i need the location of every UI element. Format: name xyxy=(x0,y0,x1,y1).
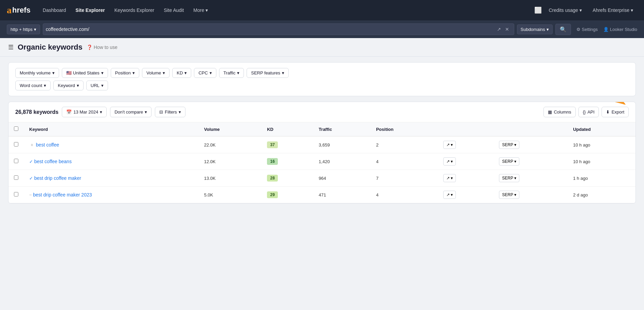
nav-site-explorer[interactable]: Site Explorer xyxy=(71,5,109,16)
open-url-button[interactable]: ↗ xyxy=(495,25,503,33)
keyword-link[interactable]: best coffee beans xyxy=(34,159,72,164)
trend-icon: ↗ xyxy=(446,159,450,164)
nav-enterprise[interactable]: Ahrefs Enterprise ▾ xyxy=(589,5,637,16)
compare-button[interactable]: Don't compare ▾ xyxy=(110,107,151,117)
row-check-icon[interactable]: ✓ xyxy=(29,176,33,181)
row-add-icon[interactable]: + xyxy=(29,141,35,148)
looker-studio-link[interactable]: 👤 Looker Studio xyxy=(603,27,637,32)
volume-chevron-icon: ▾ xyxy=(163,70,165,75)
row-position-cell: 2 xyxy=(371,136,438,153)
header-serp xyxy=(494,122,568,136)
row-updated-cell: 10 h ago xyxy=(568,136,636,153)
table-row: ✓ best drip coffee maker 13.0K 28 964 7 … xyxy=(8,170,636,187)
word-count-filter[interactable]: Word count ▾ xyxy=(15,81,51,90)
row-kd-cell: 37 xyxy=(262,136,313,153)
row-checkbox[interactable] xyxy=(14,142,18,147)
date-picker-button[interactable]: 📅 13 Mar 2024 ▾ xyxy=(62,107,107,117)
serp-chevron-icon: ▾ xyxy=(514,176,516,180)
settings-link[interactable]: ⚙ Settings xyxy=(576,27,598,32)
url-input-wrapper: ↗ ✕ xyxy=(43,23,514,35)
subdomains-select[interactable]: Subdomains ▾ xyxy=(517,24,553,34)
settings-icon: ⚙ xyxy=(576,27,580,32)
header-trend xyxy=(438,122,494,136)
header-checkbox-cell xyxy=(8,122,24,136)
trend-button[interactable]: ↗ ▾ xyxy=(443,174,456,182)
row-checkbox[interactable] xyxy=(14,159,18,163)
kd-badge: 29 xyxy=(267,191,278,198)
keyword-link[interactable]: best drip coffee maker xyxy=(34,175,81,181)
row-kd-cell: 28 xyxy=(262,170,313,187)
nav-credits-usage[interactable]: Credits usage ▾ xyxy=(544,5,586,16)
row-checkbox-cell xyxy=(8,187,24,203)
kd-badge: 37 xyxy=(267,141,278,148)
keyword-filter[interactable]: Keyword ▾ xyxy=(53,81,84,90)
url-input[interactable] xyxy=(46,27,495,32)
row-volume-cell: 22.0K xyxy=(199,136,262,153)
select-all-checkbox[interactable] xyxy=(14,126,18,131)
search-button[interactable]: 🔍 xyxy=(555,24,571,35)
url-filter[interactable]: URL ▾ xyxy=(86,81,108,90)
trend-icon: ↗ xyxy=(446,176,450,180)
protocol-select[interactable]: http + https ▾ xyxy=(7,24,40,34)
page-title: Organic keywords xyxy=(18,43,83,52)
enterprise-chevron-icon: ▾ xyxy=(631,7,633,13)
row-keyword-cell: − best drip coffee maker 2023 xyxy=(24,187,199,203)
columns-button[interactable]: ▦ Columns xyxy=(543,107,575,117)
trend-button[interactable]: ↗ ▾ xyxy=(443,157,456,166)
how-to-use-link[interactable]: ❓ How to use xyxy=(87,45,118,50)
serp-button[interactable]: SERP ▾ xyxy=(499,157,519,166)
serp-features-filter[interactable]: SERP features ▾ xyxy=(247,68,289,78)
monthly-volume-filter[interactable]: Monthly volume ▾ xyxy=(15,68,59,78)
nav-more[interactable]: More ▾ xyxy=(189,5,212,16)
protocol-chevron-icon: ▾ xyxy=(34,27,36,32)
row-volume-cell: 5.0K xyxy=(199,187,262,203)
nav-dashboard[interactable]: Dashboard xyxy=(39,5,70,16)
cpc-filter[interactable]: CPC ▾ xyxy=(194,68,216,78)
nav-site-audit[interactable]: Site Audit xyxy=(160,5,188,16)
row-trend-cell: ↗ ▾ xyxy=(438,170,494,187)
clear-url-button[interactable]: ✕ xyxy=(503,25,511,33)
row-traffic-cell: 964 xyxy=(313,170,371,187)
hamburger-menu[interactable]: ☰ xyxy=(8,44,14,51)
row-minus-icon[interactable]: − xyxy=(29,192,32,197)
traffic-filter[interactable]: Traffic ▾ xyxy=(219,68,244,78)
country-chevron-icon: ▾ xyxy=(101,70,104,75)
keyword-link[interactable]: best coffee xyxy=(36,142,59,148)
volume-filter[interactable]: Volume ▾ xyxy=(142,68,169,78)
nav-keywords-explorer[interactable]: Keywords Explorer xyxy=(110,5,159,16)
trend-button[interactable]: ↗ ▾ xyxy=(443,141,456,149)
trend-button[interactable]: ↗ ▾ xyxy=(443,191,456,199)
row-checkbox-cell xyxy=(8,153,24,170)
traffic-chevron-icon: ▾ xyxy=(237,70,239,75)
position-filter[interactable]: Position ▾ xyxy=(111,68,139,78)
filters-button[interactable]: ⊟ Filters ▾ xyxy=(155,107,185,117)
more-chevron-icon: ▾ xyxy=(205,7,208,13)
monitor-icon[interactable]: ⬜ xyxy=(534,6,542,14)
credits-chevron-icon: ▾ xyxy=(579,7,582,13)
serp-features-chevron-icon: ▾ xyxy=(282,70,284,75)
keyword-link[interactable]: best drip coffee maker 2023 xyxy=(33,192,92,197)
trend-icon: ↗ xyxy=(446,192,450,197)
columns-icon: ▦ xyxy=(548,109,552,115)
row-checkbox[interactable] xyxy=(14,192,18,196)
row-traffic-cell: 3,659 xyxy=(313,136,371,153)
country-filter[interactable]: 🇺🇸 United States ▾ xyxy=(62,68,108,78)
logo[interactable]: a hrefs xyxy=(7,5,31,16)
keywords-count: 26,878 keywords xyxy=(15,109,58,115)
page-header: ☰ Organic keywords ❓ How to use xyxy=(0,38,644,57)
serp-button[interactable]: SERP ▾ xyxy=(499,174,519,182)
kd-badge: 16 xyxy=(267,158,278,165)
row-check-icon[interactable]: ✓ xyxy=(29,159,33,164)
url-bar-right: ⚙ Settings 👤 Looker Studio xyxy=(576,27,637,32)
api-button[interactable]: {} API xyxy=(578,107,599,117)
table-row: − best drip coffee maker 2023 5.0K 29 47… xyxy=(8,187,636,203)
serp-chevron-icon: ▾ xyxy=(514,159,516,164)
kd-filter[interactable]: KD ▾ xyxy=(172,68,191,78)
svg-line-1 xyxy=(591,102,625,104)
export-button[interactable]: ⬇ Export xyxy=(602,107,629,117)
row-checkbox[interactable] xyxy=(14,175,18,180)
serp-button[interactable]: SERP ▾ xyxy=(499,141,519,149)
serp-button[interactable]: SERP ▾ xyxy=(499,191,519,199)
filter-row-1: Monthly volume ▾ 🇺🇸 United States ▾ Posi… xyxy=(15,68,629,78)
row-serp-cell: SERP ▾ xyxy=(494,187,568,203)
